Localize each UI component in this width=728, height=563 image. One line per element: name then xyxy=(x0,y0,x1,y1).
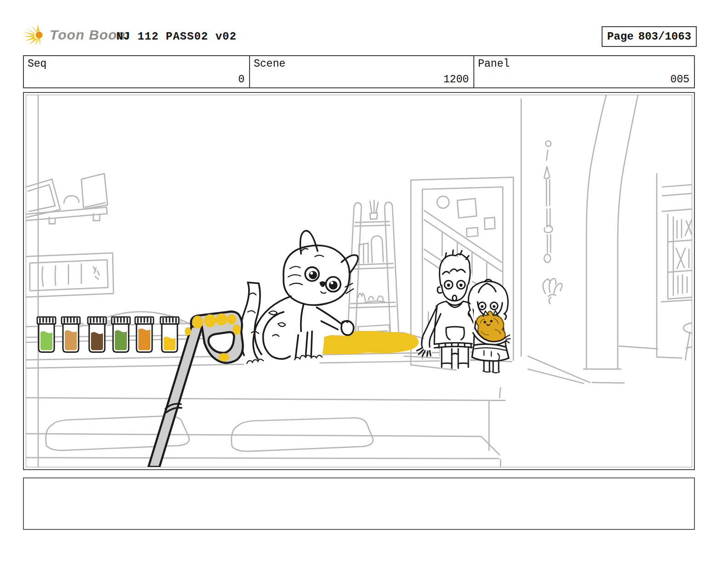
paint-jar-3 xyxy=(88,317,106,352)
meta-cell-panel: Panel 005 xyxy=(473,56,694,87)
scene-value: 1200 xyxy=(444,74,469,86)
storyboard-panel-frame xyxy=(23,92,695,470)
panel-label: Panel xyxy=(478,58,510,70)
page-label: Page xyxy=(607,30,634,43)
page-value: 803/1063 xyxy=(638,30,691,43)
caption-box xyxy=(23,477,695,530)
paint-jar-6 xyxy=(160,317,179,352)
paint-jar-1 xyxy=(37,317,56,352)
page-number-box: Page 803/1063 xyxy=(602,26,697,47)
project-title: NJ 112 PASS02 v02 xyxy=(116,30,237,43)
toonboom-starburst-icon xyxy=(23,23,47,47)
scene-label: Scene xyxy=(254,58,285,70)
paint-jar-4 xyxy=(112,317,130,352)
metadata-row: Seq 0 Scene 1200 Panel 005 xyxy=(23,55,695,88)
paint-jar-5 xyxy=(135,317,154,352)
toonboom-logo: Toon Boom xyxy=(23,23,130,47)
storyboard-page: Toon Boom NJ 112 PASS02 v02 Page 803/106… xyxy=(0,0,728,563)
girl-sketch xyxy=(468,279,510,373)
storyboard-panel-inner-frame xyxy=(26,95,692,467)
seq-value: 0 xyxy=(238,74,245,86)
seq-label: Seq xyxy=(28,58,46,70)
storyboard-sketch xyxy=(26,95,692,467)
meta-cell-seq: Seq 0 xyxy=(24,56,249,87)
meta-cell-scene: Scene 1200 xyxy=(249,56,473,87)
paint-jar-2 xyxy=(62,317,80,352)
panel-value: 005 xyxy=(671,74,689,86)
room-background-sketch xyxy=(26,95,692,467)
